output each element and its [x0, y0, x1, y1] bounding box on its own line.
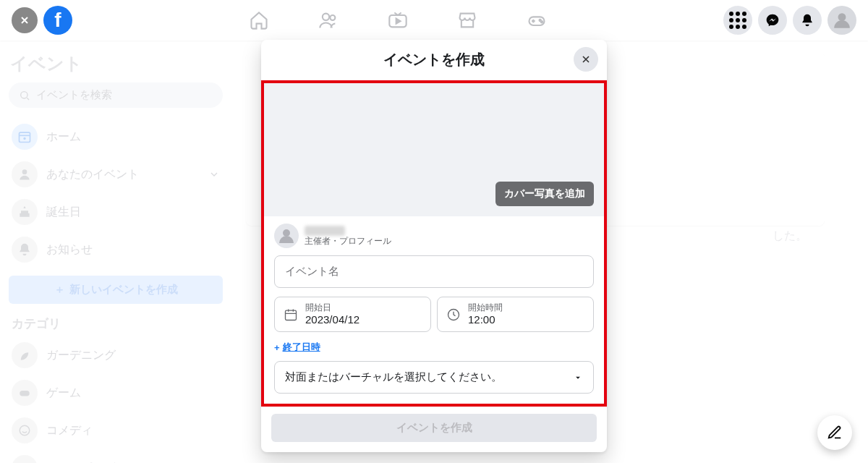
- close-icon: [19, 14, 30, 26]
- clock-icon: [446, 307, 461, 322]
- create-event-submit[interactable]: イベントを作成: [271, 414, 597, 442]
- organizer-row: 主催者・プロフィール: [264, 216, 604, 251]
- modal-footer: イベントを作成: [261, 407, 607, 452]
- calendar-icon: [284, 307, 298, 322]
- marketplace-icon: [457, 10, 477, 30]
- location-placeholder: 対面またはバーチャルを選択してください。: [285, 370, 502, 384]
- notifications-button[interactable]: [793, 6, 822, 35]
- start-time-label: 開始時間: [468, 303, 503, 313]
- modal-header: イベントを作成: [261, 40, 607, 80]
- nav-watch[interactable]: [380, 3, 415, 38]
- cover-photo-area[interactable]: カバー写真を追加: [264, 83, 604, 216]
- close-icon: [580, 54, 592, 65]
- top-bar: f: [0, 0, 868, 41]
- top-center-nav: [242, 3, 554, 38]
- compose-fab[interactable]: [817, 415, 852, 450]
- gaming-icon: [527, 10, 547, 30]
- edit-icon: [827, 425, 843, 441]
- organizer-role: 主催者・プロフィール: [305, 236, 391, 246]
- svg-point-14: [283, 229, 290, 237]
- messenger-icon: [765, 13, 780, 27]
- start-date-input[interactable]: 開始日 2023/04/12: [274, 297, 431, 332]
- nav-marketplace[interactable]: [450, 3, 485, 38]
- modal-title: イベントを作成: [383, 51, 485, 67]
- start-date-value: 2023/04/12: [305, 313, 359, 326]
- facebook-logo[interactable]: f: [43, 6, 72, 35]
- close-button[interactable]: [12, 7, 38, 33]
- account-avatar[interactable]: [827, 6, 856, 35]
- start-time-value: 12:00: [468, 313, 503, 326]
- svg-point-5: [541, 21, 542, 22]
- svg-point-1: [330, 15, 335, 20]
- friends-icon: [318, 10, 339, 30]
- organizer-name-blurred: [305, 226, 345, 236]
- top-left: f: [12, 6, 72, 35]
- nav-friends[interactable]: [311, 3, 346, 38]
- organizer-avatar: [274, 224, 299, 248]
- event-name-input[interactable]: イベント名: [274, 255, 594, 288]
- svg-point-6: [838, 13, 846, 21]
- watch-icon: [388, 10, 408, 30]
- caret-down-icon: [573, 373, 583, 383]
- add-end-datetime[interactable]: + 終了日時: [264, 336, 604, 354]
- add-cover-button[interactable]: カバー写真を追加: [495, 182, 594, 206]
- start-date-label: 開始日: [305, 303, 359, 313]
- svg-point-0: [323, 14, 329, 20]
- nav-home[interactable]: [242, 3, 276, 38]
- nav-gaming[interactable]: [519, 3, 554, 38]
- home-icon: [249, 10, 269, 30]
- avatar-icon: [833, 11, 851, 30]
- menu-icon: [729, 12, 746, 29]
- bell-icon: [800, 13, 814, 27]
- plus-icon: +: [274, 342, 280, 353]
- top-right: [723, 6, 856, 35]
- modal-body-highlighted: カバー写真を追加 主催者・プロフィール イベント名 開始日 2023/04/12: [261, 80, 607, 407]
- location-type-select[interactable]: 対面またはバーチャルを選択してください。: [274, 361, 594, 394]
- avatar-icon: [278, 227, 295, 245]
- modal-close-button[interactable]: [574, 47, 598, 72]
- messenger-button[interactable]: [758, 6, 787, 35]
- start-time-input[interactable]: 開始時間 12:00: [437, 297, 594, 332]
- add-end-label: 終了日時: [283, 341, 320, 354]
- create-event-modal: イベントを作成 カバー写真を追加 主催者・プロフィール イベント名: [261, 40, 607, 452]
- svg-rect-15: [286, 310, 297, 320]
- menu-button[interactable]: [723, 6, 752, 35]
